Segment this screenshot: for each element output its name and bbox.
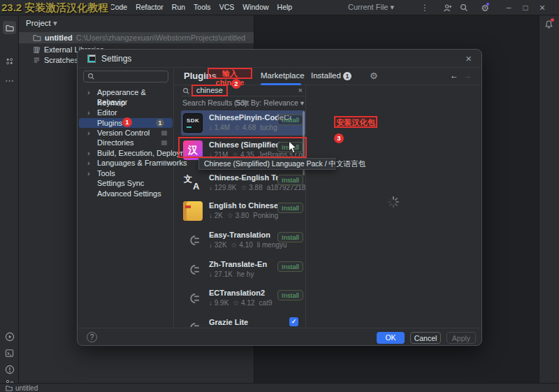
plugin-row-english-to-chinese[interactable]: English to Chinese Diction... ↓ 2K☆ 3.80…	[181, 198, 305, 224]
check-icon: ✓	[291, 318, 297, 325]
sidebar-item-version-control[interactable]: ›Version Control	[79, 128, 173, 138]
dictionary-book-icon	[183, 201, 203, 221]
annotation-install-hint: 安装汉化包	[334, 116, 377, 128]
run-widget-label: Current File	[348, 3, 388, 11]
notifications-bell-icon[interactable]	[544, 20, 553, 29]
video-overlay-title: 23.2 安装激活汉化教程	[1, 1, 111, 15]
sidebar-item-languages-frameworks[interactable]: ›Languages & Frameworks	[79, 158, 173, 168]
ok-button[interactable]: OK	[377, 332, 405, 344]
annotation-input-hint: 输入 chinese	[208, 68, 252, 79]
sidebar-item-editor[interactable]: ›Editor	[79, 108, 173, 117]
translate-plugin-icon: 文 A	[183, 173, 203, 193]
apply-button[interactable]: Apply	[447, 332, 476, 344]
minimize-button[interactable]: –	[500, 3, 517, 13]
chevron-down-icon: ▾	[300, 99, 304, 107]
install-button[interactable]: Install	[277, 175, 303, 185]
install-button[interactable]: Install	[277, 203, 303, 213]
tab-installed-label: Installed	[311, 71, 341, 80]
tab-marketplace[interactable]: Marketplace	[261, 71, 305, 80]
plugin-row-chinese-english-translate[interactable]: 文 A Chinese-English Translate ↓ 129.8K☆ …	[181, 170, 305, 196]
back-arrow-icon[interactable]: ←	[450, 71, 458, 80]
cancel-button[interactable]: Cancel	[410, 332, 441, 344]
plugin-rating: ☆ 3.80	[227, 212, 249, 219]
left-tool-stripe: ⋯	[0, 15, 19, 383]
results-header: Search Results (53) Sort By: Relevance ▾	[181, 98, 305, 109]
more-tools-icon[interactable]: ⋯	[3, 74, 16, 87]
plugin-downloads: ↓ 1.4M	[209, 124, 230, 131]
sidebar-item-label: Plugins	[97, 119, 122, 127]
project-root-path: C:\Users\zhangzexuan\WebstormProjects\un…	[76, 34, 246, 42]
sdk-plugin-icon: SDK	[183, 113, 203, 133]
chevron-down-icon: ▾	[391, 3, 395, 11]
dialog-close-icon[interactable]: ×	[465, 52, 472, 64]
services-tool-icon[interactable]	[3, 330, 16, 343]
settings-gear-icon[interactable]: ⚙	[477, 3, 493, 13]
menu-run[interactable]: Run	[168, 0, 189, 14]
plugin-vendor: he hy	[237, 270, 254, 278]
sidebar-item-tools[interactable]: ›Tools	[79, 168, 173, 178]
plugin-rating: ☆ 4.12	[233, 299, 254, 307]
plugin-row-grazie-lite[interactable]: Grazie Lite ✓	[181, 315, 305, 327]
problems-tool-icon[interactable]	[3, 363, 16, 376]
statusbar-project-name[interactable]: untitled	[15, 384, 38, 392]
install-button[interactable]: Install	[277, 115, 303, 125]
enabled-checkbox[interactable]: ✓	[289, 317, 298, 326]
install-button[interactable]: Install	[277, 290, 303, 300]
chevron-right-icon: ›	[87, 158, 90, 168]
plugin-row-chinesepinyin[interactable]: SDK ChinesePinyin-CodeCompl... ↓ 1.4M☆ 4…	[181, 110, 305, 136]
project-tree-row-untitled[interactable]: untitled C:\Users\zhangzexuan\WebstormPr…	[19, 32, 254, 43]
sdk-label: SDK	[187, 117, 199, 124]
project-panel-header[interactable]: Project ▾	[26, 18, 57, 28]
sidebar-item-keymap[interactable]: Keymap	[79, 98, 173, 108]
tab-installed[interactable]: Installed 1	[311, 71, 351, 80]
sidebar-item-advanced-settings[interactable]: Advanced Settings	[79, 189, 173, 198]
commit-tool-icon[interactable]	[3, 55, 16, 68]
maximize-button[interactable]: □	[517, 3, 534, 13]
sidebar-item-directories[interactable]: Directories	[79, 138, 173, 147]
plugin-row-ectranslation2[interactable]: ECTranslation2 ↓ 9.9K☆ 4.12cat9 Install	[181, 286, 305, 311]
project-level-icon	[161, 161, 167, 166]
menu-vcs[interactable]: VCS	[215, 0, 239, 14]
plugin-rating: ☆ 4.68	[234, 124, 256, 131]
a-glyph: A	[193, 181, 199, 191]
gear-notification-dot	[486, 3, 489, 6]
sidebar-item-label: Tools	[97, 169, 115, 177]
clear-search-icon[interactable]: ×	[298, 86, 303, 94]
bell-notification-dot	[551, 18, 554, 22]
window-close-button[interactable]: ×	[534, 2, 551, 13]
project-tool-icon[interactable]	[3, 21, 16, 34]
sidebar-item-appearance[interactable]: ›Appearance & Behavior	[79, 87, 173, 97]
install-button[interactable]: Install	[277, 261, 303, 272]
forward-arrow-icon[interactable]: →	[463, 71, 472, 80]
book-tag	[185, 205, 191, 208]
terminal-tool-icon[interactable]	[3, 347, 16, 360]
search-icon[interactable]	[460, 3, 477, 12]
plugins-gear-icon[interactable]: ⚙	[370, 71, 378, 81]
help-button[interactable]: ?	[87, 332, 97, 342]
menu-tools[interactable]: Tools	[189, 0, 215, 14]
plugin-row-zh-translate-en[interactable]: Zh-Translate-En ↓ 27.1Khe hy Install	[181, 257, 305, 282]
loading-spinner	[387, 196, 400, 208]
plug-plugin-icon	[183, 318, 203, 327]
add-user-icon[interactable]	[443, 3, 460, 13]
annotation-step-3: 3	[334, 133, 344, 143]
settings-search-input[interactable]	[83, 71, 168, 82]
menu-refactor[interactable]: Refactor	[131, 0, 168, 14]
sidebar-item-build-execution[interactable]: ›Build, Execution, Deployment	[79, 148, 173, 158]
kebab-menu-icon[interactable]: ⋮	[416, 3, 433, 13]
dialog-footer: ? OK Cancel Apply	[78, 328, 481, 346]
sidebar-item-label: Version Control	[97, 129, 150, 137]
menu-help[interactable]: Help	[273, 0, 297, 14]
mouse-cursor	[288, 140, 298, 154]
run-configuration-widget[interactable]: Current File ▾	[348, 3, 394, 12]
install-button[interactable]: Install	[277, 232, 303, 242]
project-level-icon	[161, 140, 167, 145]
sidebar-item-settings-sync[interactable]: Settings Sync	[79, 178, 173, 188]
plugin-tooltip: Chinese (Simplified) Language Pack / 中文语…	[198, 158, 335, 170]
chevron-down-icon: ▾	[53, 19, 57, 27]
list-detail-divider	[305, 85, 306, 327]
sort-dropdown[interactable]: Sort By: Relevance ▾	[235, 99, 304, 107]
sidebar-item-label: Keymap	[97, 99, 125, 107]
menu-window[interactable]: Window	[238, 0, 273, 14]
plugin-row-easy-translation[interactable]: Easy-Translation ↓ 32K☆ 4.10li mengyu In…	[181, 228, 305, 253]
